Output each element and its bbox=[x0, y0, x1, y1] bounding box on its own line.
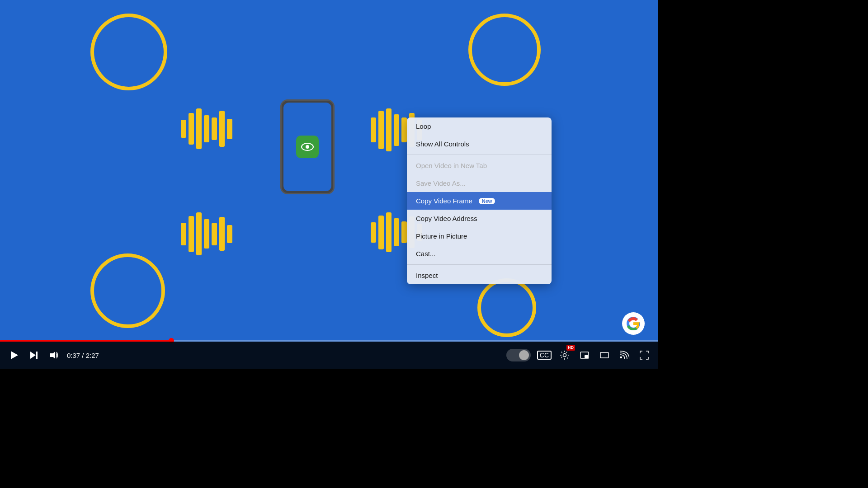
wave-group-top-left bbox=[181, 108, 232, 149]
svg-rect-4 bbox=[36, 352, 38, 359]
phone-graphic bbox=[280, 99, 335, 194]
menu-item-cast[interactable]: Cast... bbox=[407, 245, 552, 263]
svg-point-1 bbox=[306, 145, 309, 149]
menu-item-copy-video-frame[interactable]: Copy Video Frame New bbox=[407, 192, 552, 210]
svg-rect-9 bbox=[600, 352, 609, 358]
menu-item-inspect[interactable]: Inspect bbox=[407, 267, 552, 284]
wave-group-bottom-left bbox=[181, 212, 232, 255]
menu-divider-1 bbox=[407, 155, 552, 155]
settings-button[interactable]: HD bbox=[558, 348, 571, 362]
circle-top-right bbox=[468, 14, 541, 86]
new-badge: New bbox=[479, 198, 495, 204]
play-button[interactable] bbox=[7, 348, 21, 362]
theater-button[interactable] bbox=[598, 348, 611, 362]
svg-marker-2 bbox=[11, 351, 18, 359]
svg-point-6 bbox=[563, 354, 566, 357]
pause-toggle[interactable] bbox=[506, 349, 531, 361]
menu-divider-2 bbox=[407, 264, 552, 265]
circle-bottom-left bbox=[90, 253, 165, 328]
menu-item-loop[interactable]: Loop bbox=[407, 117, 552, 135]
svg-rect-10 bbox=[620, 357, 622, 358]
svg-rect-8 bbox=[585, 355, 588, 358]
copy-video-frame-label: Copy Video Frame bbox=[416, 197, 472, 205]
menu-item-open-new-tab: Open Video in New Tab bbox=[407, 157, 552, 174]
miniplayer-button[interactable] bbox=[578, 348, 591, 362]
svg-marker-3 bbox=[30, 352, 36, 359]
toggle-thumb bbox=[519, 350, 529, 360]
context-menu: Loop Show All Controls Open Video in New… bbox=[407, 117, 552, 284]
cc-button[interactable]: CC bbox=[537, 351, 552, 360]
menu-item-save-video-as: Save Video As... bbox=[407, 174, 552, 192]
menu-item-picture-in-picture[interactable]: Picture in Picture bbox=[407, 227, 552, 245]
volume-button[interactable] bbox=[47, 348, 61, 362]
cast-button[interactable] bbox=[618, 348, 631, 362]
menu-item-show-all-controls[interactable]: Show All Controls bbox=[407, 135, 552, 153]
svg-marker-5 bbox=[50, 352, 55, 359]
fullscreen-button[interactable] bbox=[637, 348, 651, 362]
hd-badge: HD bbox=[566, 345, 575, 351]
controls-bar: 0:37 / 2:27 CC HD bbox=[0, 342, 658, 369]
menu-item-copy-video-address[interactable]: Copy Video Address bbox=[407, 210, 552, 227]
circle-top-left bbox=[90, 14, 167, 90]
circle-bottom-right bbox=[477, 278, 536, 337]
google-logo bbox=[622, 312, 645, 335]
time-display: 0:37 / 2:27 bbox=[67, 352, 108, 359]
next-button[interactable] bbox=[27, 348, 41, 362]
video-player: 0:37 / 2:27 CC HD bbox=[0, 0, 658, 369]
